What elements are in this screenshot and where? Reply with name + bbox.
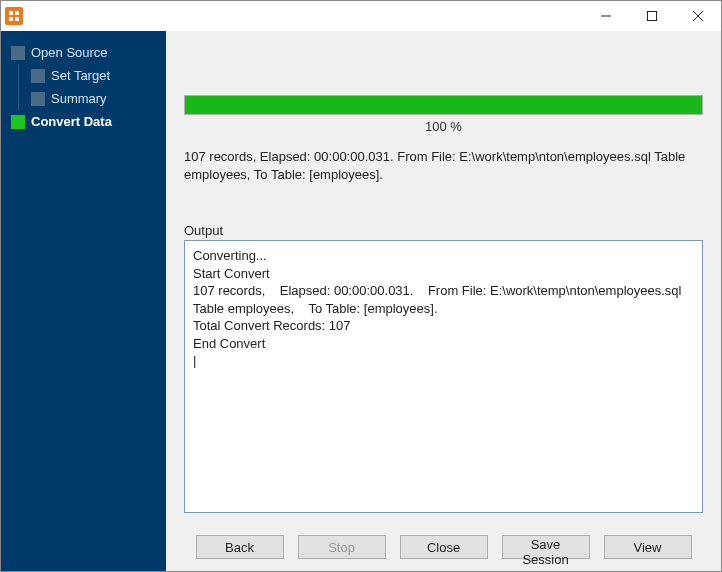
step-box-icon [31,69,45,83]
sidebar-item-convert-data[interactable]: Convert Data [1,110,166,133]
sidebar-item-label: Convert Data [31,114,112,129]
progress-label: 100 % [184,119,703,134]
step-box-icon [11,115,25,129]
app-window: Open Source Set Target Summary Convert D… [0,0,722,572]
output-content: Converting... Start Convert 107 records,… [193,248,685,351]
titlebar [1,1,721,31]
svg-rect-3 [15,17,19,21]
output-label: Output [184,223,703,238]
status-text: 107 records, Elapsed: 00:00:00.031. From… [184,148,703,183]
text-caret-icon: | [193,353,196,368]
sidebar-item-label: Set Target [51,68,110,83]
save-session-button[interactable]: Save Session [502,535,590,559]
svg-rect-1 [15,11,19,15]
svg-rect-2 [9,17,13,21]
sidebar-item-label: Summary [51,91,107,106]
body: Open Source Set Target Summary Convert D… [1,31,721,571]
svg-rect-5 [648,12,657,21]
tree-line-icon [18,87,19,110]
wizard-sidebar: Open Source Set Target Summary Convert D… [1,31,166,571]
main-panel: 100 % 107 records, Elapsed: 00:00:00.031… [166,31,721,571]
progress-bar [184,95,703,115]
content-area: 100 % 107 records, Elapsed: 00:00:00.031… [170,35,717,521]
maximize-button[interactable] [629,1,675,31]
close-window-button[interactable] [675,1,721,31]
view-button[interactable]: View [604,535,692,559]
titlebar-left [1,7,23,25]
window-controls [583,1,721,31]
minimize-button[interactable] [583,1,629,31]
output-textarea[interactable]: Converting... Start Convert 107 records,… [184,240,703,513]
close-button[interactable]: Close [400,535,488,559]
progress-fill [185,96,702,114]
sidebar-item-open-source[interactable]: Open Source [1,41,166,64]
step-box-icon [31,92,45,106]
step-box-icon [11,46,25,60]
app-icon [5,7,23,25]
button-row: Back Stop Close Save Session View [166,525,721,571]
back-button[interactable]: Back [196,535,284,559]
sidebar-item-set-target[interactable]: Set Target [1,64,166,87]
stop-button[interactable]: Stop [298,535,386,559]
tree-line-icon [18,64,19,87]
sidebar-item-label: Open Source [31,45,108,60]
sidebar-item-summary[interactable]: Summary [1,87,166,110]
svg-rect-0 [9,11,13,15]
